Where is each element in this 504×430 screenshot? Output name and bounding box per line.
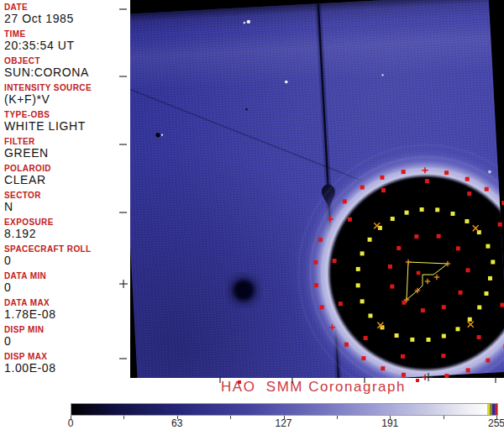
field-value: 1.78E-08 — [4, 307, 129, 322]
field-label: TYPE-OBS — [4, 110, 129, 119]
field-value: GREEN — [4, 146, 129, 160]
field-value: 0 — [4, 254, 129, 268]
white-speck — [244, 22, 246, 24]
field-disp-min: DISP MIN0 — [4, 325, 129, 349]
colorbar-tick — [337, 416, 338, 419]
white-speck — [381, 74, 384, 76]
colorbar-tick — [123, 416, 124, 419]
field-label: DISP MIN — [4, 325, 129, 334]
field-label: DATE — [4, 3, 129, 12]
field-disp-max: DISP MAX1.00E-08 — [4, 352, 129, 375]
white-speck — [247, 20, 251, 24]
colorbar-tick-label: 255 — [488, 417, 504, 429]
field-value: SUN:CORONA — [4, 66, 129, 80]
colorbar-tick-label: 0 — [68, 417, 74, 429]
tiny-dark-speck — [245, 108, 248, 111]
field-filter: FILTERGREEN — [4, 137, 129, 160]
field-intensity-source: INTENSITY SOURCE(K+F)*V — [4, 83, 129, 107]
field-spacecraft-roll: SPACECRAFT ROLL0 — [4, 244, 129, 268]
field-time: TIME20:35:54 UT — [4, 29, 129, 53]
colorbar-saturation-stripe — [495, 404, 497, 415]
field-label: SPACECRAFT ROLL — [4, 244, 129, 254]
field-value: 0 — [4, 281, 129, 295]
field-value: N — [4, 200, 129, 214]
image-display-area — [130, 0, 504, 378]
colorbar — [71, 403, 498, 416]
colorbar-tick — [230, 416, 231, 419]
image-features — [130, 0, 504, 378]
field-value: 27 Oct 1985 — [4, 12, 129, 26]
field-label: INTENSITY SOURCE — [4, 83, 129, 92]
field-value: 1.00E-08 — [4, 361, 129, 375]
field-sector: SECTORN — [4, 191, 129, 214]
field-label: OBJECT — [4, 56, 129, 66]
field-data-min: DATA MIN0 — [4, 271, 129, 295]
field-label: DISP MAX — [4, 352, 129, 361]
image-title: HAO SMM Coronagraph — [123, 379, 504, 396]
field-value: WHITE LIGHT — [4, 119, 129, 134]
field-value: 8.192 — [4, 227, 129, 241]
field-type-obs: TYPE-OBSWHITE LIGHT — [4, 110, 129, 134]
colorbar-tick-label: 127 — [275, 417, 291, 429]
field-label: TIME — [4, 29, 129, 39]
colorbar-gradient — [71, 404, 497, 415]
field-value: (K+F)*V — [4, 92, 129, 107]
dark-dot-highlight — [161, 134, 163, 136]
dark-dot — [155, 133, 160, 137]
field-polaroid: POLAROIDCLEAR — [4, 164, 129, 187]
field-label: POLAROID — [4, 164, 129, 173]
metadata-panel: DATE27 Oct 1985TIME20:35:54 UTOBJECTSUN:… — [0, 0, 130, 378]
field-value: 20:35:54 UT — [4, 39, 129, 53]
field-value: 0 — [4, 334, 129, 349]
field-object: OBJECTSUN:CORONA — [4, 56, 129, 80]
colorbar-tick-label: 191 — [381, 417, 398, 429]
field-label: DATA MAX — [4, 298, 129, 307]
field-label: EXPOSURE — [4, 218, 129, 227]
colorbar-tick-label: 63 — [171, 417, 182, 429]
colorbar-tick — [444, 416, 444, 419]
field-date: DATE27 Oct 1985 — [4, 3, 129, 26]
coronagraph-image — [130, 0, 504, 378]
field-data-max: DATA MAX1.78E-08 — [4, 298, 129, 322]
field-label: DATA MIN — [4, 271, 129, 281]
field-value: CLEAR — [4, 173, 129, 187]
field-exposure: EXPOSURE8.192 — [4, 218, 129, 241]
field-label: FILTER — [4, 137, 129, 146]
field-label: SECTOR — [4, 191, 129, 200]
coronagraph-viewer-window: DATE27 Oct 1985TIME20:35:54 UTOBJECTSUN:… — [0, 0, 504, 430]
white-speck — [285, 81, 288, 84]
